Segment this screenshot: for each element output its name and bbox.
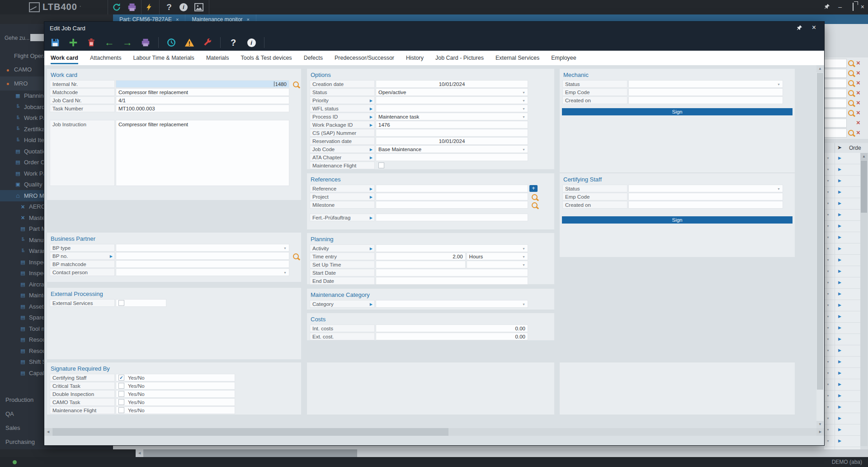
expand-arrow-icon[interactable]: ▶ (838, 178, 841, 183)
status-field[interactable]: Open/active▼ (376, 88, 528, 96)
link-arrow-icon[interactable]: ▶ (370, 123, 373, 127)
dropdown-arrow-icon[interactable]: ▼ (826, 360, 830, 363)
close-icon[interactable]: × (861, 4, 864, 10)
clock-icon[interactable] (166, 37, 177, 48)
add-reference-button[interactable]: + (529, 185, 538, 192)
signature-checkbox-field[interactable]: Yes/No (116, 382, 235, 390)
dialog-tab[interactable]: Defects (304, 52, 323, 64)
magnifier-icon[interactable] (848, 70, 854, 76)
link-arrow-icon[interactable]: ▶ (370, 115, 373, 119)
checkbox[interactable] (118, 300, 124, 306)
expand-arrow-icon[interactable]: ▶ (838, 416, 841, 420)
link-arrow-icon[interactable]: ▶ (370, 247, 373, 251)
magnifier-icon[interactable] (293, 253, 299, 260)
grid-row[interactable]: ▼ ▶ (824, 424, 860, 436)
magnifier-icon[interactable] (848, 60, 854, 66)
signature-checkbox-field[interactable]: ✓ Yes/No (116, 374, 235, 381)
reservation-date-field[interactable]: 10/01/2024 (376, 137, 528, 145)
minimize-icon[interactable]: – (838, 4, 842, 10)
magnifier-icon[interactable] (532, 194, 538, 201)
grid-row[interactable]: ▼ ▶ (824, 164, 860, 176)
expand-arrow-icon[interactable]: ▶ (838, 325, 841, 330)
expand-arrow-icon[interactable]: ▶ (838, 337, 841, 341)
dropdown-arrow-icon[interactable]: ▼ (826, 304, 830, 307)
dropdown-arrow-icon[interactable]: ▼ (522, 148, 525, 151)
grid-row[interactable]: ▼ ▶ (824, 153, 860, 164)
milestone-field[interactable] (376, 201, 528, 209)
clear-icon[interactable]: × (856, 69, 860, 77)
save-icon[interactable] (50, 37, 61, 48)
grid-row[interactable]: ▼ ▶ (824, 402, 860, 413)
fert-pruefauftrag-field[interactable] (376, 214, 528, 221)
dropdown-arrow-icon[interactable]: ▼ (826, 236, 830, 239)
dropdown-arrow-icon[interactable]: ▼ (826, 202, 830, 205)
dropdown-arrow-icon[interactable]: ▼ (826, 349, 830, 352)
magnifier-icon[interactable] (293, 81, 299, 88)
dropdown-arrow-icon[interactable]: ▼ (826, 292, 830, 295)
internal-nr-field[interactable]: 1480 (116, 80, 289, 88)
app-horizontal-scrollbar[interactable]: ◄ (136, 449, 868, 457)
contact-person-field[interactable]: ▼ (116, 268, 289, 276)
dialog-tab[interactable]: Predecessor/Successor (335, 52, 394, 64)
magnifier-icon[interactable] (848, 110, 854, 116)
expand-arrow-icon[interactable]: ▶ (838, 280, 841, 285)
cs-sap-nummer-field[interactable] (376, 129, 528, 137)
signature-checkbox-field[interactable]: Yes/No (116, 406, 235, 414)
signature-checkbox-field[interactable]: Yes/No (116, 390, 235, 398)
help-icon[interactable]: ? (228, 37, 239, 48)
close-icon[interactable]: × (812, 24, 816, 32)
scroll-left-icon[interactable]: ◄ (44, 428, 52, 436)
scroll-right-icon[interactable]: ► (816, 428, 824, 436)
ext-costs-field[interactable]: 0.00 (376, 333, 528, 340)
reference-field[interactable]: + (376, 185, 528, 192)
checkbox[interactable] (118, 399, 124, 405)
forward-icon[interactable]: → (122, 37, 133, 48)
external-services-checkbox-field[interactable] (116, 299, 166, 307)
time-entry-field[interactable]: 2.00 (376, 253, 466, 260)
dialog-tab[interactable]: Employee (551, 52, 576, 64)
grid-row[interactable]: ▼ ▶ (824, 277, 860, 289)
back-icon[interactable]: ← (104, 37, 115, 48)
dialog-tab[interactable]: History (406, 52, 424, 64)
dropdown-arrow-icon[interactable]: ▼ (826, 247, 830, 250)
job-card-nr-field[interactable]: 4/1 (116, 96, 289, 104)
expand-arrow-icon[interactable]: ▶ (838, 235, 841, 239)
clear-icon[interactable]: × (856, 109, 860, 117)
dropdown-arrow-icon[interactable]: ▼ (826, 428, 830, 431)
pin-icon[interactable] (824, 4, 830, 10)
clear-icon[interactable]: × (856, 79, 860, 87)
scroll-up-icon[interactable]: ▲ (860, 153, 868, 160)
expand-arrow-icon[interactable]: ▶ (838, 257, 841, 262)
checkbox[interactable] (118, 407, 124, 413)
scrollbar-thumb[interactable] (817, 73, 823, 390)
activity-field[interactable]: ▼ (376, 244, 528, 252)
dropdown-arrow-icon[interactable]: ▼ (826, 372, 830, 375)
dropdown-arrow-icon[interactable]: ▼ (826, 157, 830, 160)
job-code-field[interactable]: Base Maintenance▼ (376, 145, 528, 153)
task-number-field[interactable]: MT100.000.003 (116, 105, 289, 112)
grid-row[interactable]: ▼ ▶ (824, 210, 860, 221)
expand-arrow-icon[interactable]: ▶ (838, 190, 841, 194)
certifying-status-field[interactable]: ▼ (628, 185, 783, 192)
magnifier-icon[interactable] (848, 100, 854, 106)
dialog-tab[interactable]: Job Card - Pictures (435, 52, 484, 64)
link-arrow-icon[interactable]: ▶ (370, 156, 373, 160)
grid-row[interactable]: ▼ ▶ (824, 368, 860, 379)
grid-row[interactable]: ▼ ▶ (824, 255, 860, 266)
pin-icon[interactable] (797, 25, 802, 32)
grid-row[interactable]: ▼ ▶ (824, 187, 860, 198)
grid-row[interactable]: ▼ ▶ (824, 379, 860, 391)
grid-vertical-scrollbar[interactable]: ▲ (860, 153, 868, 446)
dropdown-arrow-icon[interactable]: ▼ (826, 394, 830, 397)
dropdown-arrow-icon[interactable]: ▼ (522, 303, 525, 306)
grid-row[interactable]: ▼ ▶ (824, 289, 860, 300)
expand-arrow-icon[interactable]: ▶ (838, 393, 841, 398)
dialog-horizontal-scrollbar[interactable]: ◄ ► (44, 428, 824, 436)
dropdown-arrow-icon[interactable]: ▼ (283, 247, 287, 250)
clear-icon[interactable]: × (856, 119, 860, 127)
dropdown-arrow-icon[interactable]: ▼ (826, 224, 830, 228)
clear-icon[interactable]: × (856, 89, 860, 97)
dropdown-arrow-icon[interactable]: ▼ (826, 338, 830, 341)
dropdown-arrow-icon[interactable]: ▼ (522, 247, 525, 250)
dropdown-arrow-icon[interactable]: ▼ (826, 281, 830, 284)
